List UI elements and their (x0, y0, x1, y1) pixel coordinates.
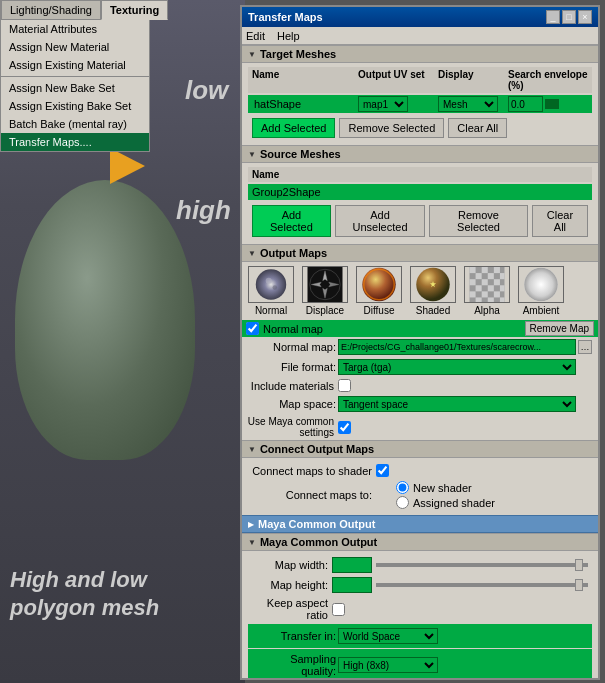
maximize-button[interactable]: □ (562, 10, 576, 24)
use-maya-settings-label: Use Maya common settings (246, 416, 334, 438)
map-thumb-displace[interactable]: Displace (300, 266, 350, 316)
map-width-input[interactable]: 2048 (332, 557, 372, 573)
sampling-quality-label: Sampling quality: (256, 653, 336, 677)
map-height-row: Map height: 2048 (248, 575, 592, 595)
menu-item-assign-existing-bake-set[interactable]: Assign Existing Bake Set (1, 97, 149, 115)
map-thumb-alpha[interactable]: Alpha (462, 266, 512, 316)
diffuse-map-thumb (356, 266, 402, 303)
connect-to-shader-checkbox[interactable] (376, 464, 389, 477)
target-table-header: Name Output UV set Display Search envelo… (248, 67, 592, 93)
uv-set-dropdown[interactable]: map1 (358, 96, 408, 112)
svg-rect-24 (488, 285, 494, 291)
add-selected-source-button[interactable]: Add Selected (252, 205, 331, 237)
svg-point-33 (524, 268, 557, 301)
menu-item-material-attributes[interactable]: Material Attributes (1, 20, 149, 38)
scene-label-bottom-line1: High and low (10, 567, 147, 592)
minimize-button[interactable]: _ (546, 10, 560, 24)
section-title-maya: Maya Common Output (260, 536, 377, 548)
menu-help[interactable]: Help (277, 30, 300, 42)
tab-texturing[interactable]: Texturing (101, 0, 168, 20)
display-cell: Mesh (438, 96, 508, 112)
section-maya-common[interactable]: ▼ Maya Common Output (242, 533, 598, 551)
sampling-quality-row: Sampling quality: High (8x8) (252, 651, 588, 678)
include-materials-checkbox[interactable] (338, 379, 351, 392)
alpha-map-thumb (464, 266, 510, 303)
svg-rect-29 (476, 297, 482, 302)
tab-lighting-shading[interactable]: Lighting/Shading (1, 0, 101, 20)
envelope-input[interactable]: 0.0 (508, 96, 543, 112)
col-display: Display (438, 69, 508, 91)
remove-selected-target-button[interactable]: Remove Selected (339, 118, 444, 138)
clear-all-source-button[interactable]: Clear All (532, 205, 588, 237)
normal-map-checkbox[interactable] (246, 322, 259, 335)
connect-to-shader-row: Connect maps to shader (248, 462, 592, 479)
menu-divider (1, 76, 149, 77)
map-width-label: Map width: (252, 559, 328, 571)
svg-rect-27 (482, 291, 488, 297)
section-arrow-target: ▼ (248, 50, 256, 59)
context-menu: Lighting/Shading Texturing Material Attr… (0, 0, 150, 152)
maya-common-content: Map width: 2048 Map height: 2048 Keep as… (242, 551, 598, 678)
section-target-meshes[interactable]: ▼ Target Meshes (242, 45, 598, 63)
source-buttons-row: Add Selected Add Unselected Remove Selec… (248, 202, 592, 240)
col-uv: Output UV set (358, 69, 438, 91)
sampling-quality-dropdown[interactable]: High (8x8) (338, 657, 438, 673)
normal-map-path-input[interactable]: E:/Projects/CG_challange01/Textures/scar… (338, 339, 576, 355)
normal-map-thumb (248, 266, 294, 303)
transfer-in-section: Transfer in: World Space (248, 624, 592, 648)
use-maya-settings-row: Use Maya common settings (242, 414, 598, 440)
keep-aspect-checkbox[interactable] (332, 603, 345, 616)
display-dropdown[interactable]: Mesh (438, 96, 498, 112)
section-source-meshes[interactable]: ▼ Source Meshes (242, 145, 598, 163)
map-thumb-shaded[interactable]: Shaded (408, 266, 458, 316)
clear-all-target-button[interactable]: Clear All (448, 118, 507, 138)
map-height-input[interactable]: 2048 (332, 577, 372, 593)
assigned-shader-radio[interactable] (396, 496, 409, 509)
menu-item-assign-new-material[interactable]: Assign New Material (1, 38, 149, 56)
keep-aspect-label: Keep aspect ratio (252, 597, 328, 621)
menu-item-transfer-maps[interactable]: Transfer Maps.... (1, 133, 149, 151)
connect-maps-to-label: Connect maps to: (252, 489, 372, 501)
add-unselected-source-button[interactable]: Add Unselected (335, 205, 425, 237)
connect-maps-to-row: Connect maps to: New shader Assigned sha… (248, 479, 592, 511)
include-materials-label: Include materials (246, 380, 334, 392)
svg-rect-21 (482, 279, 488, 285)
svg-rect-18 (488, 273, 494, 279)
uv-set-cell: map1 (358, 96, 438, 112)
map-thumb-normal[interactable]: Normal (246, 266, 296, 316)
map-thumb-diffuse[interactable]: Diffuse (354, 266, 404, 316)
menu-item-batch-bake[interactable]: Batch Bake (mental ray) (1, 115, 149, 133)
section-arrow-maya: ▼ (248, 538, 256, 547)
remove-selected-source-button[interactable]: Remove Selected (429, 205, 528, 237)
section-output-maps[interactable]: ▼ Output Maps (242, 244, 598, 262)
new-shader-label: New shader (413, 482, 472, 494)
shaded-map-thumb (410, 266, 456, 303)
map-space-row: Map space: Tangent space (242, 394, 598, 414)
map-space-dropdown[interactable]: Tangent space (338, 396, 576, 412)
menu-item-assign-new-bake-set[interactable]: Assign New Bake Set (1, 79, 149, 97)
connect-output-content: Connect maps to shader Connect maps to: … (242, 458, 598, 515)
map-width-slider[interactable] (376, 563, 588, 567)
menu-edit[interactable]: Edit (246, 30, 265, 42)
svg-rect-16 (494, 267, 500, 273)
browse-normal-map-button[interactable]: … (578, 340, 592, 354)
svg-rect-26 (470, 291, 476, 297)
window-content[interactable]: ▼ Target Meshes Name Output UV set Displ… (242, 45, 598, 678)
window-controls: _ □ × (546, 10, 592, 24)
new-shader-radio[interactable] (396, 481, 409, 494)
map-height-slider[interactable] (376, 583, 588, 587)
section-title-source: Source Meshes (260, 148, 341, 160)
add-selected-target-button[interactable]: Add Selected (252, 118, 335, 138)
close-button[interactable]: × (578, 10, 592, 24)
section-connect-output[interactable]: ▼ Connect Output Maps (242, 440, 598, 458)
map-thumb-ambient[interactable]: Ambient (516, 266, 566, 316)
file-format-dropdown[interactable]: Targa (tga) (338, 359, 576, 375)
menu-item-assign-existing-material[interactable]: Assign Existing Material (1, 56, 149, 74)
arrow-indicator (110, 148, 145, 184)
section-maya-common-collapsed[interactable]: ▶ Maya Common Output (242, 515, 598, 533)
svg-rect-31 (500, 297, 505, 302)
use-maya-settings-checkbox[interactable] (338, 421, 351, 434)
remove-map-button[interactable]: Remove Map (525, 321, 594, 336)
radio-assigned-shader: Assigned shader (376, 495, 501, 510)
transfer-in-dropdown[interactable]: World Space (338, 628, 438, 644)
